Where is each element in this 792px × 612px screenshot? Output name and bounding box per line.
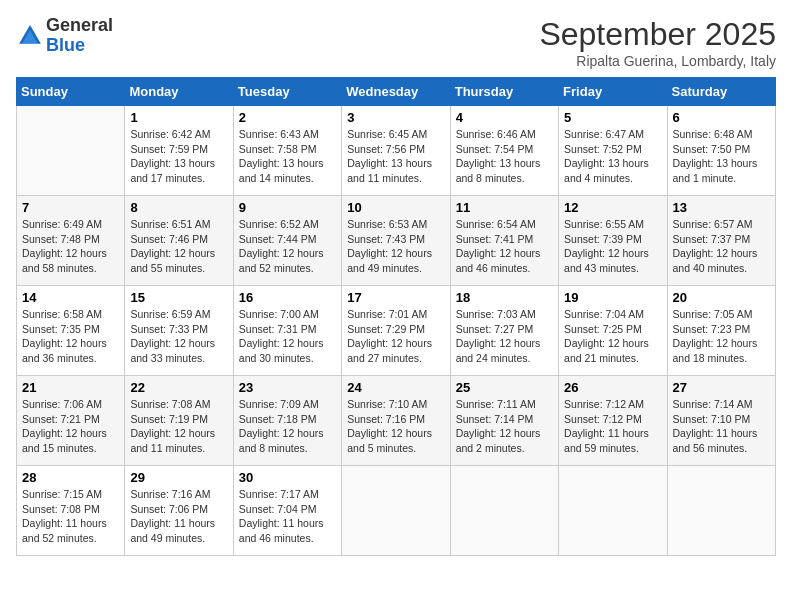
sunrise-text: Sunrise: 7:16 AM	[130, 487, 227, 502]
calendar-cell: 10Sunrise: 6:53 AMSunset: 7:43 PMDayligh…	[342, 196, 450, 286]
daylight-text: Daylight: 12 hours and 58 minutes.	[22, 246, 119, 275]
sunset-text: Sunset: 7:06 PM	[130, 502, 227, 517]
header-row: Sunday Monday Tuesday Wednesday Thursday…	[17, 78, 776, 106]
day-number: 9	[239, 200, 336, 215]
sunset-text: Sunset: 7:54 PM	[456, 142, 553, 157]
day-detail: Sunrise: 6:57 AMSunset: 7:37 PMDaylight:…	[673, 217, 770, 276]
sunset-text: Sunset: 7:12 PM	[564, 412, 661, 427]
day-number: 1	[130, 110, 227, 125]
sunrise-text: Sunrise: 6:42 AM	[130, 127, 227, 142]
sunset-text: Sunset: 7:46 PM	[130, 232, 227, 247]
sunset-text: Sunset: 7:29 PM	[347, 322, 444, 337]
daylight-text: Daylight: 11 hours and 56 minutes.	[673, 426, 770, 455]
sunrise-text: Sunrise: 6:59 AM	[130, 307, 227, 322]
daylight-text: Daylight: 12 hours and 24 minutes.	[456, 336, 553, 365]
sunrise-text: Sunrise: 7:05 AM	[673, 307, 770, 322]
header-saturday: Saturday	[667, 78, 775, 106]
sunrise-text: Sunrise: 6:43 AM	[239, 127, 336, 142]
sunset-text: Sunset: 7:08 PM	[22, 502, 119, 517]
sunset-text: Sunset: 7:41 PM	[456, 232, 553, 247]
day-number: 27	[673, 380, 770, 395]
calendar-cell: 7Sunrise: 6:49 AMSunset: 7:48 PMDaylight…	[17, 196, 125, 286]
calendar-week-2: 14Sunrise: 6:58 AMSunset: 7:35 PMDayligh…	[17, 286, 776, 376]
sunrise-text: Sunrise: 7:01 AM	[347, 307, 444, 322]
sunrise-text: Sunrise: 6:51 AM	[130, 217, 227, 232]
day-detail: Sunrise: 7:00 AMSunset: 7:31 PMDaylight:…	[239, 307, 336, 366]
day-detail: Sunrise: 6:52 AMSunset: 7:44 PMDaylight:…	[239, 217, 336, 276]
day-detail: Sunrise: 7:10 AMSunset: 7:16 PMDaylight:…	[347, 397, 444, 456]
sunset-text: Sunset: 7:14 PM	[456, 412, 553, 427]
daylight-text: Daylight: 12 hours and 52 minutes.	[239, 246, 336, 275]
header-wednesday: Wednesday	[342, 78, 450, 106]
calendar-week-3: 21Sunrise: 7:06 AMSunset: 7:21 PMDayligh…	[17, 376, 776, 466]
day-detail: Sunrise: 7:15 AMSunset: 7:08 PMDaylight:…	[22, 487, 119, 546]
calendar-cell: 18Sunrise: 7:03 AMSunset: 7:27 PMDayligh…	[450, 286, 558, 376]
day-number: 10	[347, 200, 444, 215]
calendar-cell: 21Sunrise: 7:06 AMSunset: 7:21 PMDayligh…	[17, 376, 125, 466]
day-detail: Sunrise: 6:42 AMSunset: 7:59 PMDaylight:…	[130, 127, 227, 186]
calendar-cell: 14Sunrise: 6:58 AMSunset: 7:35 PMDayligh…	[17, 286, 125, 376]
sunset-text: Sunset: 7:48 PM	[22, 232, 119, 247]
day-detail: Sunrise: 6:58 AMSunset: 7:35 PMDaylight:…	[22, 307, 119, 366]
day-number: 3	[347, 110, 444, 125]
sunrise-text: Sunrise: 6:46 AM	[456, 127, 553, 142]
calendar-cell: 8Sunrise: 6:51 AMSunset: 7:46 PMDaylight…	[125, 196, 233, 286]
header-friday: Friday	[559, 78, 667, 106]
sunset-text: Sunset: 7:25 PM	[564, 322, 661, 337]
calendar-cell: 1Sunrise: 6:42 AMSunset: 7:59 PMDaylight…	[125, 106, 233, 196]
calendar-table: Sunday Monday Tuesday Wednesday Thursday…	[16, 77, 776, 556]
sunrise-text: Sunrise: 7:12 AM	[564, 397, 661, 412]
logo-icon	[16, 22, 44, 50]
calendar-cell: 20Sunrise: 7:05 AMSunset: 7:23 PMDayligh…	[667, 286, 775, 376]
sunrise-text: Sunrise: 7:04 AM	[564, 307, 661, 322]
calendar-cell: 9Sunrise: 6:52 AMSunset: 7:44 PMDaylight…	[233, 196, 341, 286]
day-number: 28	[22, 470, 119, 485]
sunrise-text: Sunrise: 6:58 AM	[22, 307, 119, 322]
day-number: 19	[564, 290, 661, 305]
daylight-text: Daylight: 12 hours and 5 minutes.	[347, 426, 444, 455]
sunset-text: Sunset: 7:44 PM	[239, 232, 336, 247]
day-detail: Sunrise: 7:03 AMSunset: 7:27 PMDaylight:…	[456, 307, 553, 366]
sunset-text: Sunset: 7:59 PM	[130, 142, 227, 157]
sunrise-text: Sunrise: 7:10 AM	[347, 397, 444, 412]
day-number: 13	[673, 200, 770, 215]
sunrise-text: Sunrise: 6:52 AM	[239, 217, 336, 232]
header-sunday: Sunday	[17, 78, 125, 106]
sunset-text: Sunset: 7:27 PM	[456, 322, 553, 337]
header-tuesday: Tuesday	[233, 78, 341, 106]
day-number: 6	[673, 110, 770, 125]
calendar-week-1: 7Sunrise: 6:49 AMSunset: 7:48 PMDaylight…	[17, 196, 776, 286]
day-number: 30	[239, 470, 336, 485]
day-detail: Sunrise: 6:45 AMSunset: 7:56 PMDaylight:…	[347, 127, 444, 186]
sunrise-text: Sunrise: 7:17 AM	[239, 487, 336, 502]
daylight-text: Daylight: 13 hours and 8 minutes.	[456, 156, 553, 185]
sunset-text: Sunset: 7:37 PM	[673, 232, 770, 247]
header-monday: Monday	[125, 78, 233, 106]
daylight-text: Daylight: 12 hours and 27 minutes.	[347, 336, 444, 365]
daylight-text: Daylight: 13 hours and 14 minutes.	[239, 156, 336, 185]
day-number: 23	[239, 380, 336, 395]
day-number: 20	[673, 290, 770, 305]
calendar-cell: 6Sunrise: 6:48 AMSunset: 7:50 PMDaylight…	[667, 106, 775, 196]
sunrise-text: Sunrise: 6:54 AM	[456, 217, 553, 232]
day-detail: Sunrise: 7:06 AMSunset: 7:21 PMDaylight:…	[22, 397, 119, 456]
daylight-text: Daylight: 12 hours and 11 minutes.	[130, 426, 227, 455]
sunset-text: Sunset: 7:16 PM	[347, 412, 444, 427]
sunset-text: Sunset: 7:10 PM	[673, 412, 770, 427]
day-number: 16	[239, 290, 336, 305]
logo: General Blue	[16, 16, 113, 56]
daylight-text: Daylight: 13 hours and 11 minutes.	[347, 156, 444, 185]
calendar-week-0: 1Sunrise: 6:42 AMSunset: 7:59 PMDaylight…	[17, 106, 776, 196]
day-detail: Sunrise: 7:08 AMSunset: 7:19 PMDaylight:…	[130, 397, 227, 456]
day-detail: Sunrise: 6:48 AMSunset: 7:50 PMDaylight:…	[673, 127, 770, 186]
sunset-text: Sunset: 7:39 PM	[564, 232, 661, 247]
sunrise-text: Sunrise: 7:00 AM	[239, 307, 336, 322]
calendar-cell: 5Sunrise: 6:47 AMSunset: 7:52 PMDaylight…	[559, 106, 667, 196]
daylight-text: Daylight: 12 hours and 43 minutes.	[564, 246, 661, 275]
logo-general-text: General	[46, 15, 113, 35]
title-block: September 2025 Ripalta Guerina, Lombardy…	[539, 16, 776, 69]
daylight-text: Daylight: 13 hours and 1 minute.	[673, 156, 770, 185]
sunrise-text: Sunrise: 6:47 AM	[564, 127, 661, 142]
day-detail: Sunrise: 7:05 AMSunset: 7:23 PMDaylight:…	[673, 307, 770, 366]
sunrise-text: Sunrise: 7:14 AM	[673, 397, 770, 412]
